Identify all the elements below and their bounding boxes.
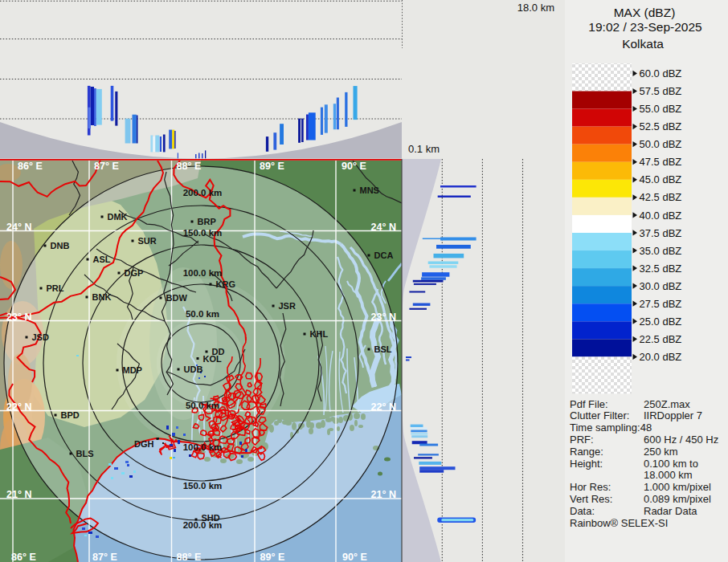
svg-text:Time sampling:48: Time sampling:48 xyxy=(570,422,652,434)
svg-text:Radar Data: Radar Data xyxy=(644,505,697,517)
svg-text:88° E: 88° E xyxy=(177,161,202,172)
svg-text:BLS: BLS xyxy=(76,449,94,458)
svg-text:22° N: 22° N xyxy=(371,401,396,413)
svg-text:KHL: KHL xyxy=(310,329,329,339)
svg-text:87° E: 87° E xyxy=(94,161,119,172)
svg-text:21° N: 21° N xyxy=(6,489,31,500)
svg-text:IIRDoppler 7: IIRDoppler 7 xyxy=(644,409,702,422)
svg-text:JSD: JSD xyxy=(32,332,49,342)
svg-text:20.0 dBZ: 20.0 dBZ xyxy=(640,351,682,363)
svg-text:Rainbow® SELEX-SI: Rainbow® SELEX-SI xyxy=(570,517,668,529)
svg-text:47.5 dBZ: 47.5 dBZ xyxy=(640,156,682,168)
svg-text:UDB: UDB xyxy=(184,364,203,374)
svg-text:86° E: 86° E xyxy=(11,552,36,562)
svg-text:40.0 dBZ: 40.0 dBZ xyxy=(640,210,682,222)
svg-text:BPD: BPD xyxy=(61,410,80,420)
svg-text:89° E: 89° E xyxy=(260,552,285,562)
svg-text:24° N: 24° N xyxy=(371,222,396,233)
svg-text:SUR: SUR xyxy=(138,236,157,246)
svg-text:DMK: DMK xyxy=(108,212,128,222)
svg-text:0.1 km: 0.1 km xyxy=(408,143,440,155)
svg-text:50.0 km: 50.0 km xyxy=(186,401,219,410)
svg-text:90° E: 90° E xyxy=(342,161,366,172)
svg-text:19:02 / 23-Sep-2025: 19:02 / 23-Sep-2025 xyxy=(588,20,701,34)
svg-text:55.0 dBZ: 55.0 dBZ xyxy=(640,103,682,115)
svg-text:DCA: DCA xyxy=(374,250,394,260)
svg-text:22° N: 22° N xyxy=(6,401,31,413)
svg-text:MNS: MNS xyxy=(360,185,379,195)
svg-text:1.000 km/pixel: 1.000 km/pixel xyxy=(644,481,711,493)
svg-text:25.0 dBZ: 25.0 dBZ xyxy=(640,316,682,328)
svg-text:MAX (dBZ): MAX (dBZ) xyxy=(614,6,676,19)
svg-text:Vert Res:: Vert Res: xyxy=(570,493,612,505)
svg-text:87° E: 87° E xyxy=(92,552,117,562)
svg-text:37.5 dBZ: 37.5 dBZ xyxy=(640,227,682,239)
svg-text:Clutter Filter:: Clutter Filter: xyxy=(570,409,629,422)
svg-text:100.0 km: 100.0 km xyxy=(183,442,223,452)
svg-text:45.0 dBZ: 45.0 dBZ xyxy=(640,173,682,185)
svg-text:42.5 dBZ: 42.5 dBZ xyxy=(640,191,682,203)
svg-text:250 km: 250 km xyxy=(644,446,678,458)
svg-text:22.5 dBZ: 22.5 dBZ xyxy=(640,333,682,345)
svg-text:DGP: DGP xyxy=(125,268,144,278)
svg-text:52.5 dBZ: 52.5 dBZ xyxy=(640,120,682,132)
svg-text:0.100 km to: 0.100 km to xyxy=(644,458,698,470)
svg-text:BSL: BSL xyxy=(374,344,392,354)
svg-text:23° N: 23° N xyxy=(6,312,31,323)
svg-text:35.0 dBZ: 35.0 dBZ xyxy=(640,245,682,257)
svg-text:27.5 dBZ: 27.5 dBZ xyxy=(640,298,682,310)
svg-text:18.000 km: 18.000 km xyxy=(644,469,693,481)
svg-text:150.0 km: 150.0 km xyxy=(183,228,223,238)
svg-text:Data:: Data: xyxy=(570,505,595,517)
svg-text:BNK: BNK xyxy=(92,292,112,302)
svg-text:86° E: 86° E xyxy=(18,161,43,172)
svg-text:57.5 dBZ: 57.5 dBZ xyxy=(640,85,682,97)
svg-text:60.0 dBZ: 60.0 dBZ xyxy=(640,67,682,79)
svg-text:89° E: 89° E xyxy=(260,161,284,172)
svg-text:KOL: KOL xyxy=(203,354,223,364)
svg-text:90° E: 90° E xyxy=(342,552,367,562)
svg-text:Height:: Height: xyxy=(570,458,603,470)
svg-text:SHD: SHD xyxy=(202,513,220,523)
svg-text:Range:: Range: xyxy=(570,446,603,458)
svg-text:KRG: KRG xyxy=(216,279,235,289)
svg-text:24° N: 24° N xyxy=(6,222,31,233)
svg-text:0.089 km/pixel: 0.089 km/pixel xyxy=(644,493,711,505)
svg-text:Hor Res:: Hor Res: xyxy=(570,481,611,493)
svg-text:MDP: MDP xyxy=(123,365,142,375)
svg-text:600 Hz / 450 Hz: 600 Hz / 450 Hz xyxy=(644,434,718,446)
svg-text:Kolkata: Kolkata xyxy=(622,37,664,51)
svg-text:150.0 km: 150.0 km xyxy=(183,481,223,491)
svg-text:200.0 km: 200.0 km xyxy=(183,188,223,198)
svg-text:ASL: ASL xyxy=(93,255,111,264)
svg-text:PRF:: PRF: xyxy=(570,434,594,446)
svg-text:100.0 km: 100.0 km xyxy=(183,268,223,278)
svg-text:JSR: JSR xyxy=(279,301,296,311)
svg-text:32.5 dBZ: 32.5 dBZ xyxy=(640,263,682,275)
svg-text:DNB: DNB xyxy=(51,241,70,250)
svg-text:88° E: 88° E xyxy=(177,552,202,562)
svg-text:50.0 km: 50.0 km xyxy=(186,309,219,319)
svg-text:18.0 km: 18.0 km xyxy=(517,2,554,14)
svg-text:BDW: BDW xyxy=(166,293,188,303)
svg-text:30.0 dBZ: 30.0 dBZ xyxy=(640,280,682,292)
svg-text:250Z.max: 250Z.max xyxy=(644,398,690,410)
svg-text:23° N: 23° N xyxy=(371,312,396,323)
svg-text:Pdf File:: Pdf File: xyxy=(570,398,608,410)
svg-text:DGH: DGH xyxy=(134,439,154,449)
svg-text:50.0 dBZ: 50.0 dBZ xyxy=(640,138,682,150)
svg-text:21° N: 21° N xyxy=(371,489,396,500)
svg-text:BRP: BRP xyxy=(198,217,216,226)
svg-text:PRL: PRL xyxy=(47,283,64,293)
